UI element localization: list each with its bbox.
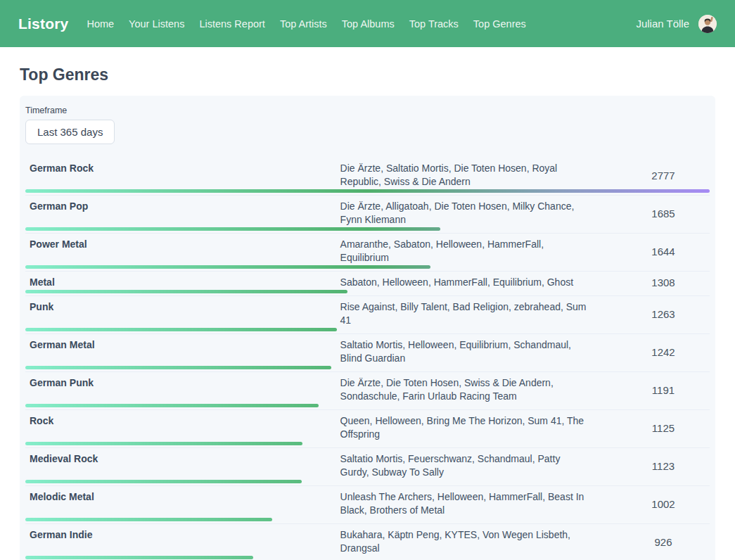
genre-bar xyxy=(25,189,710,193)
genre-bar xyxy=(25,366,331,369)
nav-link-listens-report[interactable]: Listens Report xyxy=(199,18,265,30)
top-genres-card: Timeframe Last 365 days German RockDie Ä… xyxy=(20,96,715,560)
genre-bar-track xyxy=(25,366,710,369)
genre-bar-track xyxy=(25,227,710,231)
navbar: Listory HomeYour ListensListens ReportTo… xyxy=(0,0,735,47)
genre-bar-track xyxy=(25,442,710,445)
genre-count: 1308 xyxy=(617,276,710,289)
genre-count: 1125 xyxy=(617,414,710,441)
genre-artists: Die Ärzte, Alligatoah, Die Toten Hosen, … xyxy=(340,200,587,227)
genre-bar-track xyxy=(25,290,710,293)
genre-name: German Punk xyxy=(25,376,340,403)
genre-artists: Rise Against, Billy Talent, Bad Religion… xyxy=(340,300,587,327)
genre-name: German Pop xyxy=(25,200,340,227)
table-row: RockQueen, Helloween, Bring Me The Horiz… xyxy=(25,410,710,448)
genre-bar-track xyxy=(25,556,710,559)
genre-count: 1191 xyxy=(617,376,710,403)
genre-count: 1242 xyxy=(617,338,710,365)
genre-bar xyxy=(25,480,302,483)
genre-name: Rock xyxy=(25,414,340,441)
table-row: Medieval RockSaltatio Mortis, Feuerschwa… xyxy=(25,448,710,486)
table-row: Power MetalAmaranthe, Sabaton, Helloween… xyxy=(25,234,710,272)
genre-name: German Rock xyxy=(25,162,340,189)
genre-name: Metal xyxy=(25,276,340,289)
genre-bar xyxy=(25,442,302,445)
genre-bar xyxy=(25,556,253,559)
table-row: German RockDie Ärzte, Saltatio Mortis, D… xyxy=(25,158,710,196)
genre-bar-track xyxy=(25,404,710,407)
genre-name: Melodic Metal xyxy=(25,490,340,517)
avatar[interactable] xyxy=(698,15,717,33)
genre-artists: Amaranthe, Sabaton, Helloween, HammerFal… xyxy=(340,238,587,265)
table-row: Melodic MetalUnleash The Archers, Hellow… xyxy=(25,486,710,524)
genre-bar xyxy=(25,404,319,407)
genre-bar-track xyxy=(25,328,710,331)
genre-artists: Die Ärzte, Die Toten Hosen, Swiss & Die … xyxy=(340,376,587,403)
genre-count: 1002 xyxy=(617,490,710,517)
genre-artists: Bukahara, Käptn Peng, KYTES, Von Wegen L… xyxy=(340,528,587,555)
user-menu[interactable]: Julian Tölle xyxy=(636,18,689,30)
genre-count: 2777 xyxy=(617,162,710,189)
timeframe-label: Timeframe xyxy=(25,106,710,115)
nav-link-home[interactable]: Home xyxy=(87,18,114,30)
genre-count: 1263 xyxy=(617,300,710,327)
genre-bar-track xyxy=(25,189,710,193)
genre-name: Power Metal xyxy=(25,238,340,265)
genre-bar xyxy=(25,265,430,269)
genre-name: Punk xyxy=(25,300,340,327)
main-content: Top Genres Timeframe Last 365 days Germa… xyxy=(0,65,735,560)
genre-name: Medieval Rock xyxy=(25,452,340,479)
nav-link-top-artists[interactable]: Top Artists xyxy=(280,18,327,30)
genre-bar-track xyxy=(25,480,710,483)
nav-link-top-genres[interactable]: Top Genres xyxy=(473,18,526,30)
table-row: MetalSabaton, Helloween, HammerFall, Equ… xyxy=(25,272,710,296)
genre-artists: Queen, Helloween, Bring Me The Horizon, … xyxy=(340,414,587,441)
nav-link-your-listens[interactable]: Your Listens xyxy=(129,18,184,30)
avatar-photo xyxy=(698,15,717,33)
nav-link-top-albums[interactable]: Top Albums xyxy=(342,18,395,30)
genre-bar xyxy=(25,328,337,331)
genre-count: 926 xyxy=(617,528,710,555)
nav-link-top-tracks[interactable]: Top Tracks xyxy=(409,18,459,30)
genre-artists: Sabaton, Helloween, HammerFall, Equilibr… xyxy=(340,276,587,289)
page-title: Top Genres xyxy=(20,65,715,84)
genre-bar-track xyxy=(25,265,710,269)
genre-name: German Indie xyxy=(25,528,340,555)
genre-count: 1123 xyxy=(617,452,710,479)
genres-table: German RockDie Ärzte, Saltatio Mortis, D… xyxy=(25,158,710,560)
timeframe-select-button[interactable]: Last 365 days xyxy=(25,120,115,144)
genre-bar-track xyxy=(25,518,710,521)
genre-bar xyxy=(25,290,347,293)
table-row: German MetalSaltatio Mortis, Helloween, … xyxy=(25,334,710,372)
brand-logo[interactable]: Listory xyxy=(18,15,68,32)
genre-name: German Metal xyxy=(25,338,340,365)
genre-artists: Saltatio Mortis, Feuerschwanz, Schandmau… xyxy=(340,452,587,479)
genre-count: 1685 xyxy=(617,200,710,227)
table-row: PunkRise Against, Billy Talent, Bad Reli… xyxy=(25,296,710,334)
app-window: Listory HomeYour ListensListens ReportTo… xyxy=(0,0,735,560)
table-row: German PopDie Ärzte, Alligatoah, Die Tot… xyxy=(25,196,710,234)
table-row: German IndieBukahara, Käptn Peng, KYTES,… xyxy=(25,524,710,560)
table-row: German PunkDie Ärzte, Die Toten Hosen, S… xyxy=(25,372,710,410)
nav-links: HomeYour ListensListens ReportTop Artist… xyxy=(87,18,540,30)
genre-bar xyxy=(25,518,272,521)
genre-artists: Die Ärzte, Saltatio Mortis, Die Toten Ho… xyxy=(340,162,587,189)
genre-count: 1644 xyxy=(617,238,710,265)
timeframe-filter: Timeframe Last 365 days xyxy=(25,106,710,144)
genre-artists: Saltatio Mortis, Helloween, Equilibrium,… xyxy=(340,338,587,365)
genre-bar xyxy=(25,227,440,231)
genre-artists: Unleash The Archers, Helloween, HammerFa… xyxy=(340,490,587,517)
